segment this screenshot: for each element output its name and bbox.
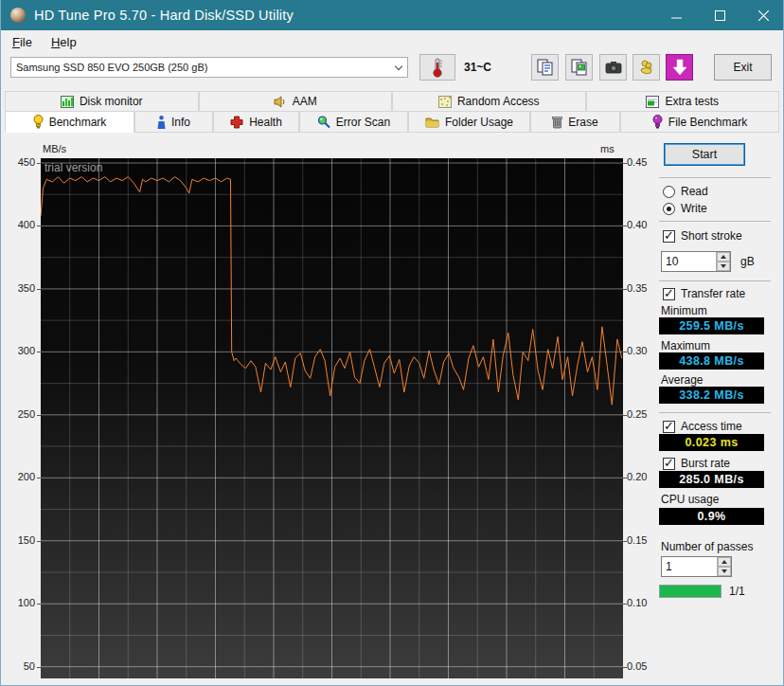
passes-value: 1 — [662, 557, 717, 576]
right-axis-tick: 0.35 — [627, 282, 659, 294]
start-button[interactable]: Start — [664, 143, 745, 166]
axis-tick-mark — [623, 289, 627, 290]
transfer-rate-checkbox[interactable] — [663, 288, 675, 300]
toolbar: Samsung SSD 850 EVO 250GB (250 gB) 31~C — [1, 53, 784, 88]
spinner-down-button[interactable] — [717, 262, 730, 271]
tab-benchmark[interactable]: Benchmark — [5, 111, 134, 133]
short-stroke-spinner[interactable]: 10 — [661, 251, 731, 272]
short-stroke-checkbox[interactable] — [663, 230, 675, 243]
tab-health[interactable]: Health — [213, 111, 299, 133]
menu-file[interactable]: File — [5, 32, 40, 52]
divider — [659, 280, 771, 281]
axis-tick-mark — [37, 541, 41, 542]
short-stroke-option[interactable]: Short stroke — [663, 229, 742, 243]
benchmark-chart: trial version — [41, 158, 623, 678]
left-axis-tick: 200 — [3, 471, 35, 482]
copy-text-icon — [536, 58, 555, 77]
axis-tick-mark — [37, 667, 41, 668]
access-time-option[interactable]: Access time — [663, 420, 742, 433]
exit-button[interactable]: Exit — [714, 54, 772, 81]
tab-info[interactable]: Info — [134, 111, 213, 133]
arrow-down-icon — [722, 569, 727, 573]
axis-tick-mark — [37, 352, 41, 352]
axis-tick-mark — [623, 667, 627, 668]
write-option[interactable]: Write — [663, 202, 707, 215]
axis-tick-mark — [37, 604, 41, 605]
tab-error-scan[interactable]: Error Scan — [299, 111, 408, 133]
magnifier-icon — [317, 116, 330, 129]
tab-aam[interactable]: AAM — [199, 91, 393, 111]
axis-tick-mark — [37, 415, 41, 416]
axis-tick-mark — [37, 478, 41, 478]
screenshot-button[interactable] — [599, 54, 627, 81]
copy-text-button[interactable] — [531, 54, 559, 81]
tab-extra-tests[interactable]: Extra tests — [586, 91, 780, 111]
left-axis-unit: MB/s — [43, 143, 66, 154]
spinner-up-button[interactable] — [718, 557, 731, 567]
trash-icon — [552, 116, 562, 129]
short-stroke-unit: gB — [740, 255, 755, 268]
cpu-usage-label: CPU usage — [661, 493, 719, 506]
app-window: HD Tune Pro 5.70 - Hard Disk/SSD Utility… — [0, 0, 784, 686]
tab-disk-monitor[interactable]: Disk monitor — [5, 91, 199, 111]
camera-icon — [604, 58, 623, 77]
folder-icon — [425, 117, 439, 128]
pass-progress-fill — [660, 586, 721, 597]
left-axis-tick: 50 — [3, 660, 35, 672]
left-axis-tick: 350 — [3, 282, 35, 294]
pass-progress-bar — [659, 585, 722, 598]
axis-tick-mark — [623, 163, 627, 164]
speaker-icon — [274, 96, 287, 108]
menu-bar: File Help — [1, 30, 784, 53]
copy-image-button[interactable] — [565, 54, 593, 81]
maximize-button[interactable] — [698, 0, 741, 30]
pass-progress-text: 1/1 — [729, 585, 745, 598]
write-radio[interactable] — [663, 203, 675, 215]
transfer-rate-option[interactable]: Transfer rate — [663, 287, 745, 300]
left-axis-tick: 250 — [3, 408, 35, 420]
divider — [659, 177, 771, 178]
read-radio[interactable] — [663, 186, 675, 198]
average-label: Average — [661, 373, 703, 387]
access-time-checkbox[interactable] — [663, 421, 675, 433]
right-axis-tick: 0.30 — [627, 345, 659, 356]
arrow-up-icon — [721, 255, 726, 259]
left-axis-tick: 300 — [3, 345, 35, 356]
hand-coins-icon — [637, 58, 656, 77]
minimize-icon — [671, 10, 682, 21]
info-icon — [157, 116, 166, 129]
divider — [659, 221, 771, 222]
spinner-down-button[interactable] — [718, 567, 731, 576]
read-option[interactable]: Read — [663, 185, 708, 198]
donate-button[interactable] — [633, 54, 660, 81]
maximize-icon — [715, 10, 725, 21]
tab-erase[interactable]: Erase — [530, 111, 620, 133]
benchmark-controls-panel: Start Read Write Short stroke 10 — [657, 133, 777, 678]
axis-tick-mark — [37, 226, 41, 226]
update-button[interactable] — [666, 54, 693, 81]
right-axis-tick: 0.05 — [627, 660, 659, 672]
spinner-up-button[interactable] — [717, 252, 730, 262]
right-axis-unit: ms — [600, 143, 615, 154]
axis-tick-mark — [623, 352, 627, 352]
tab-folder-usage[interactable]: Folder Usage — [408, 111, 530, 133]
close-button[interactable] — [741, 0, 784, 30]
tab-file-benchmark[interactable]: File Benchmark — [620, 111, 779, 133]
temperature-button[interactable] — [419, 54, 455, 81]
minimize-button[interactable] — [654, 0, 698, 30]
minimum-value: 259.5 MB/s — [659, 317, 764, 334]
drive-select-value: Samsung SSD 850 EVO 250GB (250 gB) — [11, 62, 390, 73]
menu-help[interactable]: Help — [44, 32, 84, 52]
extra-tests-icon — [646, 96, 659, 108]
burst-rate-checkbox[interactable] — [663, 458, 675, 470]
random-access-icon — [438, 96, 452, 108]
drive-select[interactable]: Samsung SSD 850 EVO 250GB (250 gB) — [10, 57, 408, 78]
tab-strip-primary: Benchmark Info Health Error Scan — [5, 111, 779, 133]
passes-spinner[interactable]: 1 — [661, 556, 732, 577]
right-axis-tick: 0.25 — [627, 408, 659, 420]
arrow-up-icon — [722, 560, 727, 564]
burst-rate-option[interactable]: Burst rate — [663, 457, 730, 470]
tab-strip-secondary: Disk monitor AAM Random Access — [5, 91, 779, 111]
tab-random-access[interactable]: Random Access — [392, 91, 586, 111]
right-axis-tick: 0.15 — [627, 534, 659, 546]
